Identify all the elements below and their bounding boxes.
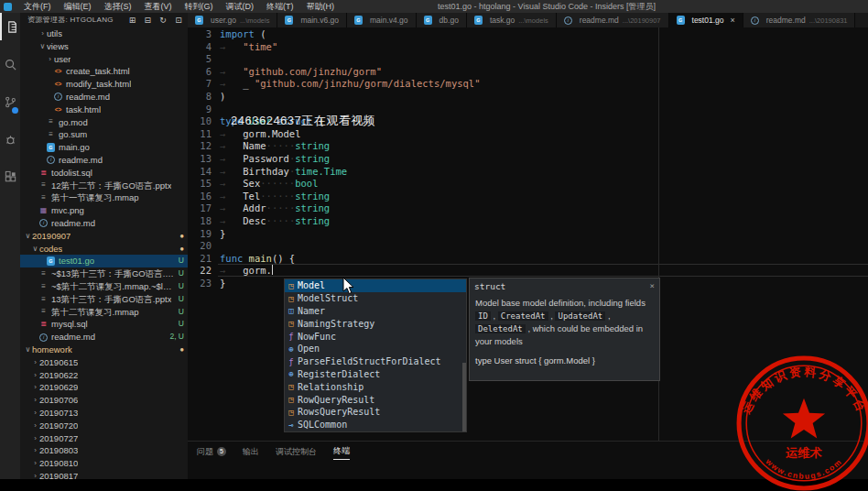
suggestion-ParseFieldStructForDialect[interactable]: ƒParseFieldStructForDialect (285, 355, 466, 368)
suggestion-ModelStruct[interactable]: ◳ModelStruct (285, 292, 466, 305)
tree-item-codes[interactable]: ∨codes● (20, 243, 188, 256)
tree-item-13_______GO__.pptx[interactable]: ≡13第十三节：手撕GO语言.pptxU (20, 293, 188, 306)
tree-item-go.sum[interactable]: ≡go.sum (20, 128, 188, 141)
tree-item-mvc.png[interactable]: ▦mvc.png (20, 204, 188, 217)
suggestion-Namer[interactable]: ◫Namer (285, 305, 466, 318)
tree-item-test01.go[interactable]: Gtest01.goU (20, 255, 188, 267)
tree-item-_________.mmap.__lock[interactable]: ≡~$第十二节课复习.mmap.~$lockU (20, 280, 188, 293)
menu-E[interactable]: 编辑(E) (58, 0, 98, 13)
new-folder-icon[interactable]: ⊟ (144, 13, 151, 27)
tree-item-20190629[interactable]: ›20190629 (20, 381, 188, 394)
debug-icon[interactable] (0, 125, 20, 153)
class-kind-icon: ◳ (285, 319, 298, 328)
menu-D[interactable]: 调试(D) (220, 0, 261, 13)
tree-item-20190622[interactable]: ›20190622 (20, 369, 188, 382)
git-status-badge: U (175, 318, 184, 331)
class-kind-icon: ◳ (285, 382, 298, 391)
tree-item-20190810[interactable]: ›20190810 (20, 457, 188, 470)
explorer-icon[interactable] (0, 13, 22, 40)
search-icon[interactable] (0, 50, 20, 78)
tab-main_v6_go[interactable]: Gmain.v6.go (277, 13, 347, 27)
tree-item-readme.md[interactable]: ireadme.md2, U (20, 331, 188, 344)
menu-H[interactable]: 帮助(H) (300, 0, 342, 13)
code-token: string (295, 153, 330, 166)
refresh-icon[interactable]: ↻ (159, 13, 167, 27)
panel-tab-输出[interactable]: 输出 (243, 446, 259, 460)
tree-item-20190720[interactable]: ›20190720 (20, 420, 188, 432)
viewer-watermark: 2463624637正在观看视频 (231, 113, 375, 129)
panel-tab-调试控制台[interactable]: 调试控制台 (276, 446, 317, 460)
tab-readme_md[interactable]: ireadme.md...\20190831 (743, 13, 856, 27)
tree-item-12_______GO__.pptx[interactable]: ≡12第十二节：手撕GO语言.pptx (20, 180, 188, 192)
menu-F[interactable]: 文件(F) (17, 0, 58, 13)
suggestion-RowsQueryResult[interactable]: ◳RowsQueryResult (285, 406, 466, 419)
tree-item-20190713[interactable]: ›20190713 (20, 407, 188, 420)
autocomplete-dropdown: ◳Model◳ModelStruct◫Namer◳NamingStrategyƒ… (284, 278, 467, 432)
tree-item-20190615[interactable]: ›20190615 (20, 356, 188, 369)
svg-text:运维术: 运维术 (785, 446, 822, 460)
tab-test01_go[interactable]: Gtest01.go× (669, 13, 743, 27)
suggestion-Relationship[interactable]: ◳Relationship (285, 380, 466, 393)
tree-item-mysql.sql[interactable]: ≣mysql.sqlU (20, 318, 188, 331)
suggestion-RowQueryResult[interactable]: ◳RowQueryResult (285, 393, 466, 406)
tree-item-user[interactable]: ›user (20, 53, 188, 66)
tree-item-readme.md[interactable]: ireadme.md (20, 91, 188, 104)
tree-item-readme.md[interactable]: ireadme.md (20, 154, 188, 167)
tree-item-main.go[interactable]: Gmain.go (20, 141, 188, 154)
tree-item-_______.mmap[interactable]: ≡第十一节课复习.mmap (20, 191, 188, 204)
tree-item-20190907[interactable]: ∨20190907● (20, 230, 188, 243)
suggestion-RegisterDialect[interactable]: ⊕RegisterDialect (285, 368, 466, 381)
tree-item-homework[interactable]: ∨homework● (20, 344, 188, 356)
tree-item-20190706[interactable]: ›20190706 (20, 394, 188, 407)
suggestion-Open[interactable]: ⊕Open (285, 343, 466, 355)
suggestion-SQLCommon[interactable]: ⊸SQLCommon (285, 419, 466, 431)
suggestion-NowFunc[interactable]: ƒNowFunc (285, 330, 466, 343)
extensions-icon[interactable] (0, 163, 20, 191)
git-status-badge: U (175, 293, 184, 306)
tree-item-create_task.html[interactable]: <>create_task.html (20, 65, 188, 78)
doc-body: Model base model definition, including f… (470, 293, 659, 352)
source-control-icon[interactable] (0, 88, 20, 115)
tree-item-__13_______GO__.pptx[interactable]: ≡~$13第十三节：手撕GO语言.pptxU (20, 267, 188, 280)
menu-G[interactable]: 转到(G) (179, 0, 220, 13)
menu-S[interactable]: 选择(S) (98, 0, 138, 13)
tab-task_go[interactable]: Gtask.go...\models (467, 13, 557, 27)
tree-item-20190803[interactable]: ›20190803 (20, 444, 188, 457)
tree-item-label: go.mod (59, 116, 88, 129)
code-token: string (295, 202, 330, 215)
dropdown-scrollbar[interactable] (462, 363, 466, 431)
suggestion-Model[interactable]: ◳Model (285, 279, 466, 292)
tree-item-20190727[interactable]: ›20190727 (20, 432, 188, 445)
collapse-all-icon[interactable]: ⊡ (175, 13, 182, 27)
panel-tab-label: 问题 (197, 446, 213, 458)
interface-kind-icon: ◫ (285, 306, 298, 315)
tree-item-todolist.sql[interactable]: ≣todolist.sql (20, 167, 188, 180)
suggestion-label: RowsQueryResult (298, 407, 380, 417)
tree-item-label: homework (32, 344, 72, 356)
doc-code-span: ID (475, 311, 491, 321)
menu-V[interactable]: 查看(V) (138, 0, 179, 13)
tree-item-utils[interactable]: ›utils (20, 27, 188, 40)
tree-item-20190817[interactable]: ›20190817 (20, 470, 188, 479)
tree-item-_______.mmap[interactable]: ≡第十二节课复习.mmapU (20, 306, 188, 319)
tree-item-task.html[interactable]: <>task.html (20, 104, 188, 116)
tab-user_go[interactable]: Guser.go...\models (188, 13, 277, 27)
tab-main_v4_go[interactable]: Gmain.v4.go (347, 13, 417, 27)
tree-item-readme.md[interactable]: ireadme.md (20, 217, 188, 230)
panel-tab-问题[interactable]: 问题5 (197, 446, 226, 460)
document-file-icon: ≡ (47, 130, 55, 139)
tree-item-go.mod[interactable]: ≡go.mod (20, 116, 188, 129)
code-token: import (220, 28, 260, 41)
tab-db_go[interactable]: Gdb.go (417, 13, 467, 27)
tree-item-views[interactable]: ∨views (20, 40, 188, 53)
tree-item-modify_task.html[interactable]: <>modify_task.html (20, 78, 188, 91)
close-icon[interactable]: × (731, 16, 735, 25)
close-icon[interactable]: × (650, 281, 655, 291)
menu-T[interactable]: 终端(T) (260, 0, 300, 13)
new-file-icon[interactable]: ⊞ (129, 13, 136, 27)
tab-readme_md[interactable]: ireadme.md...\20190907 (557, 13, 669, 27)
tree-item-label: 20190706 (39, 394, 78, 407)
panel-tab-终端[interactable]: 终端 (333, 445, 350, 460)
suggestion-NamingStrategy[interactable]: ◳NamingStrategy (285, 317, 466, 330)
menu-bar: 文件(F)编辑(E)选择(S)查看(V)转到(G)调试(D)终端(T)帮助(H)… (0, 0, 868, 13)
